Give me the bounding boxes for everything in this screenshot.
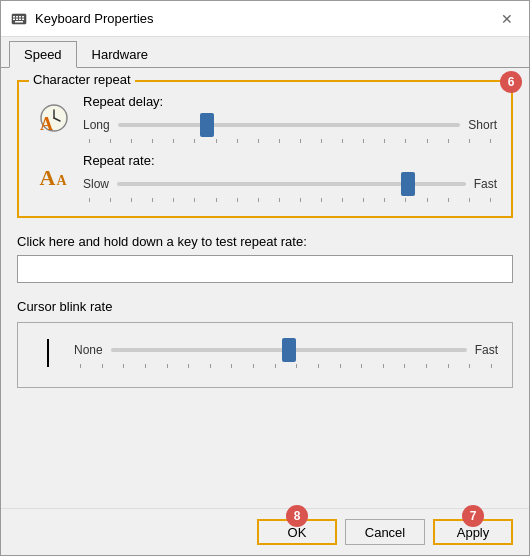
repeat-delay-max-label: Short [468, 118, 497, 132]
clock-a-icon: A [34, 100, 72, 138]
cursor-blink-row: None Fast [32, 333, 498, 373]
repeat-rate-slider[interactable] [117, 182, 466, 186]
badge-6: 6 [500, 71, 522, 93]
svg-text:A: A [40, 114, 53, 134]
repeat-rate-track-row: Slow Fast [83, 172, 497, 196]
repeat-rate-slider-area: Repeat rate: Slow Fast [83, 153, 497, 202]
tab-hardware[interactable]: Hardware [77, 41, 163, 68]
cursor-blink-min-label: None [74, 343, 103, 357]
repeat-delay-label: Repeat delay: [83, 94, 497, 109]
cursor-blink-slider[interactable] [111, 348, 467, 352]
repeat-delay-track-row: Long Short [83, 113, 497, 137]
svg-rect-1 [13, 16, 15, 18]
repeat-rate-icon: AA [33, 158, 73, 198]
repeat-delay-icon: A [33, 99, 73, 139]
svg-rect-7 [19, 18, 21, 20]
svg-rect-3 [19, 16, 21, 18]
badge-8: 8 [286, 505, 308, 527]
repeat-delay-slider-area: Repeat delay: Long Short [83, 94, 497, 143]
cursor-icon [32, 333, 64, 373]
character-repeat-inner: A Repeat delay: Long Short [33, 94, 497, 202]
test-input[interactable] [17, 255, 513, 283]
cursor-blink-slider-container [111, 338, 467, 362]
cursor-blink-ticks [74, 364, 498, 368]
character-repeat-label: Character repeat [29, 72, 135, 87]
window-title: Keyboard Properties [35, 11, 154, 26]
repeat-delay-slider-container [118, 113, 461, 137]
close-button[interactable]: ✕ [495, 7, 519, 31]
repeat-rate-min-label: Slow [83, 177, 109, 191]
cursor-blink-section: Cursor blink rate None Fast [17, 299, 513, 388]
cursor-blink-max-label: Fast [475, 343, 498, 357]
repeat-delay-row: A Repeat delay: Long Short [33, 94, 497, 143]
repeat-rate-row: AA Repeat rate: Slow Fast [33, 153, 497, 202]
repeat-delay-ticks [83, 139, 497, 143]
cursor-blink-box: None Fast [17, 322, 513, 388]
tab-speed[interactable]: Speed [9, 41, 77, 68]
test-section: Click here and hold down a key to test r… [17, 234, 513, 283]
footer: 8 OK Cancel 7 Apply [1, 508, 529, 555]
repeat-rate-slider-container [117, 172, 466, 196]
badge-7: 7 [462, 505, 484, 527]
repeat-rate-label: Repeat rate: [83, 153, 497, 168]
cursor-blink-label: Cursor blink rate [17, 299, 513, 314]
repeat-rate-ticks [83, 198, 497, 202]
cursor-blink-track-row: None Fast [74, 338, 498, 362]
cursor-blink-indicator [47, 339, 49, 367]
title-bar-left: Keyboard Properties [11, 11, 154, 27]
content-area: Character repeat 6 [1, 68, 529, 508]
svg-rect-6 [16, 18, 18, 20]
title-bar: Keyboard Properties ✕ [1, 1, 529, 37]
keyboard-icon [11, 11, 27, 27]
cancel-button[interactable]: Cancel [345, 519, 425, 545]
svg-rect-5 [13, 18, 15, 20]
cursor-blink-slider-area: None Fast [74, 338, 498, 368]
repeat-delay-min-label: Long [83, 118, 110, 132]
svg-rect-9 [15, 21, 23, 23]
test-label: Click here and hold down a key to test r… [17, 234, 513, 249]
aa-icon: AA [39, 167, 66, 189]
repeat-rate-max-label: Fast [474, 177, 497, 191]
character-repeat-section: Character repeat 6 [17, 80, 513, 218]
svg-rect-4 [22, 16, 24, 18]
svg-rect-8 [22, 18, 24, 20]
tab-bar: Speed Hardware [1, 41, 529, 68]
keyboard-properties-window: Keyboard Properties ✕ Speed Hardware Cha… [0, 0, 530, 556]
repeat-delay-slider[interactable] [118, 123, 461, 127]
svg-rect-2 [16, 16, 18, 18]
